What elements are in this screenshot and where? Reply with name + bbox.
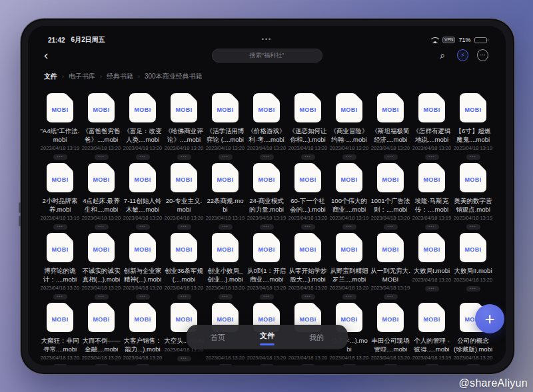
file-more-icon[interactable]: •••: [260, 224, 274, 230]
file-item[interactable]: MOBI 100个伟大的商业....mobi 2023/04/18 13:19 …: [328, 162, 370, 232]
file-item[interactable]: MOBI 大客户销售：能力...).mobi 2023/04/18 13:20 …: [122, 302, 163, 365]
file-more-icon[interactable]: •••: [177, 294, 191, 299]
mobi-file-icon: MOBI: [459, 232, 487, 264]
file-more-icon[interactable]: •••: [219, 364, 233, 365]
file-more-icon[interactable]: •••: [260, 294, 274, 299]
file-item[interactable]: MOBI 4点起床.最养生和....mobi 2023/04/18 13:20 …: [81, 162, 122, 232]
file-more-icon[interactable]: •••: [136, 294, 150, 299]
file-item[interactable]: MOBI 《商业冒险》约翰·....mobi 2023/04/18 13:20 …: [328, 93, 370, 162]
file-more-icon[interactable]: •••: [384, 154, 398, 160]
file-item[interactable]: MOBI 《富足：改变人类....mobi 2023/04/18 13:20 •…: [122, 93, 163, 162]
file-more-icon[interactable]: •••: [301, 294, 315, 299]
file-more-icon[interactable]: •••: [260, 364, 274, 365]
file-icon-label: MOBI: [464, 176, 481, 183]
file-more-icon[interactable]: •••: [466, 154, 480, 160]
mobi-file-icon: MOBI: [170, 93, 198, 124]
file-item[interactable]: MOBI 个人的管理 - 彼得.....mobi 2023/04/18 13:1…: [411, 302, 452, 365]
more-options-icon[interactable]: ⋯: [477, 49, 488, 61]
file-more-icon[interactable]: •••: [219, 224, 233, 230]
file-more-icon[interactable]: •••: [177, 356, 191, 361]
breadcrumb-item[interactable]: 电子书库: [69, 72, 95, 81]
tab-item[interactable]: 首页: [211, 331, 225, 343]
file-item[interactable]: MOBI 大败局I.mobi 2023/04/18 13:20 •••: [411, 232, 452, 302]
file-item[interactable]: MOBI 《富爸爸穷爸爸》....mobi 2023/04/18 13:20 •…: [81, 93, 122, 162]
file-item[interactable]: MOBI 丰田公司现场管理....mobi 2023/04/18 13:20 •…: [370, 302, 411, 365]
file-item[interactable]: MOBI 从零开始学炒股大...).mobi 2023/04/18 13:20 …: [287, 232, 328, 302]
file-more-icon[interactable]: •••: [301, 224, 315, 230]
file-more-icon[interactable]: •••: [425, 286, 439, 292]
file-item[interactable]: MOBI 大败局II.mobi 2023/04/18 13:20 •••: [452, 232, 494, 302]
add-file-fab[interactable]: +: [475, 304, 504, 333]
file-more-icon[interactable]: •••: [53, 294, 67, 299]
file-more-icon[interactable]: •••: [384, 294, 398, 299]
file-item[interactable]: MOBI 2小时品牌素养.mobi 2023/04/18 13:19 •••: [39, 162, 81, 232]
file-more-icon[interactable]: •••: [301, 154, 315, 160]
file-more-icon[interactable]: •••: [136, 364, 150, 365]
file-item[interactable]: MOBI 博弈论的诡计：....mobi 2023/04/18 13:20 ••…: [39, 232, 81, 302]
file-more-icon[interactable]: •••: [136, 224, 150, 230]
file-item[interactable]: MOBI 20-专业主义.mobi 2023/04/18 13:20 •••: [163, 162, 205, 232]
file-icon-label: MOBI: [382, 176, 398, 183]
file-more-icon[interactable]: •••: [53, 364, 67, 365]
file-item[interactable]: MOBI 大而不倒——金融....mobi 2023/04/18 13:20 •…: [81, 302, 122, 365]
file-item[interactable]: MOBI 创业36条军规 (....mobi 2023/04/18 13:20 …: [163, 232, 205, 302]
file-more-icon[interactable]: •••: [425, 154, 439, 160]
file-more-icon[interactable]: •••: [466, 286, 480, 292]
file-more-icon[interactable]: •••: [425, 364, 439, 365]
file-item[interactable]: MOBI 《价格游戏》利·考....mobi 2023/04/18 13:20 …: [246, 93, 287, 162]
speed-boost-icon[interactable]: ⚡: [457, 49, 468, 61]
file-more-icon[interactable]: •••: [384, 364, 398, 365]
search-input[interactable]: 搜索"福利社": [212, 49, 322, 63]
file-item[interactable]: MOBI 7-11创始人铃木敏....mobi 2023/04/18 13:20…: [122, 162, 163, 232]
file-item[interactable]: MOBI 大癫狂：非同寻常....mobi 2023/04/18 13:20 •…: [39, 302, 81, 365]
file-item[interactable]: MOBI 创业小败局_创业...).mobi 2023/04/18 13:20 …: [205, 232, 246, 302]
file-more-icon[interactable]: •••: [177, 154, 191, 160]
file-item[interactable]: MOBI 【6寸】超燃魔鬼....mobi 2023/04/18 13:19 •…: [452, 93, 494, 162]
file-more-icon[interactable]: •••: [342, 154, 356, 160]
file-item[interactable]: MOBI 22条商规.mobi 2023/04/18 13:19 •••: [205, 162, 246, 232]
file-more-icon[interactable]: •••: [95, 154, 109, 160]
file-item[interactable]: MOBI 奥美的数字营销观点.mobi 2023/04/18 13:19 •••: [452, 162, 494, 232]
file-item[interactable]: MOBI 《斯坦福极简经济....mobi 2023/04/18 13:20 •…: [370, 93, 411, 162]
file-item[interactable]: MOBI 60-下一个社会的...).mobi 2023/04/18 13:20…: [287, 162, 328, 232]
tab-item[interactable]: 我的: [309, 331, 324, 343]
file-more-icon[interactable]: •••: [219, 154, 233, 160]
file-more-icon[interactable]: •••: [342, 224, 356, 230]
file-item[interactable]: MOBI 《怎样有逻辑地说....mobi 2023/04/18 13:20 •…: [411, 93, 452, 162]
tab-item[interactable]: 文件: [260, 329, 274, 345]
file-more-icon[interactable]: •••: [425, 224, 439, 230]
file-more-icon[interactable]: •••: [95, 294, 109, 299]
breadcrumb-item[interactable]: 300本商业经典书籍: [145, 72, 203, 81]
back-button[interactable]: ‹: [44, 49, 57, 62]
clock: 21:42: [48, 37, 65, 44]
file-more-icon[interactable]: •••: [384, 224, 398, 230]
file-more-icon[interactable]: •••: [342, 294, 356, 299]
breadcrumb-item[interactable]: 文件: [44, 72, 57, 81]
file-item[interactable]: MOBI 1001个广告法则：....mobi 2023/04/18 13:20…: [370, 162, 411, 232]
file-more-icon[interactable]: •••: [301, 364, 315, 365]
file-more-icon[interactable]: •••: [260, 154, 274, 160]
file-item[interactable]: MOBI 《活学活用博弈论 (....mobi 2023/04/18 13:20…: [205, 93, 246, 162]
file-item[interactable]: MOBI 创新与企业家精神(...).mobi 2023/04/18 13:20…: [122, 232, 163, 302]
file-item[interactable]: MOBI 《哈佛商业评论》....mobi 2023/04/18 13:20 •…: [163, 93, 205, 162]
file-item[interactable]: MOBI 《迷恋如何让你和...).mobi 2023/04/18 13:20 …: [287, 93, 328, 162]
file-more-icon[interactable]: •••: [466, 224, 480, 230]
file-more-icon[interactable]: •••: [95, 364, 109, 365]
file-more-icon[interactable]: •••: [136, 154, 150, 160]
file-more-icon[interactable]: •••: [342, 364, 356, 365]
file-more-icon[interactable]: •••: [177, 224, 191, 230]
file-item[interactable]: MOBI 从野蛮到精细罗兰....mobi 2023/04/18 13:20 •…: [328, 232, 370, 302]
file-item[interactable]: MOBI 24-商业模式的力量.mobi 2023/04/18 13:19 ••…: [246, 162, 287, 232]
file-more-icon[interactable]: •••: [53, 154, 67, 160]
file-item[interactable]: MOBI 从一到无穷大.MOBI 2023/04/18 13:19 •••: [370, 232, 411, 302]
file-more-icon[interactable]: •••: [219, 294, 233, 299]
file-item[interactable]: MOBI 从0到1：开启商业....mobi 2023/04/18 13:20 …: [246, 232, 287, 302]
file-item[interactable]: MOBI 埃隆·马斯克传：....mobi 2023/04/18 13:19 •…: [411, 162, 452, 232]
file-more-icon[interactable]: •••: [466, 364, 480, 365]
search-icon[interactable]: ⌕: [437, 50, 448, 61]
file-more-icon[interactable]: •••: [95, 224, 109, 230]
file-more-icon[interactable]: •••: [53, 224, 67, 230]
file-item[interactable]: MOBI 不诚实的诚实真相(...).mobi 2023/04/18 13:20…: [81, 232, 122, 302]
breadcrumb-item[interactable]: 经典书籍: [107, 72, 133, 81]
file-item[interactable]: MOBI "A4纸"工作法.mobi 2023/04/18 13:19 •••: [39, 93, 81, 162]
